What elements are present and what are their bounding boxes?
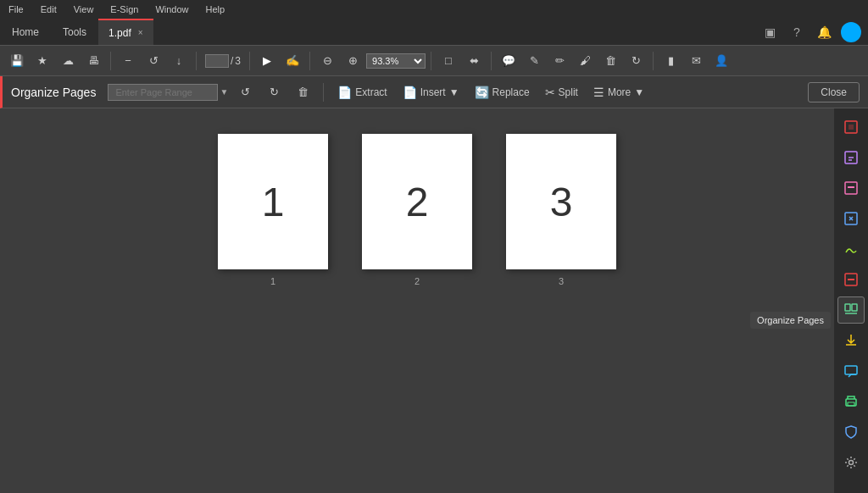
sidebar-print-icon[interactable]: [837, 388, 865, 415]
sidebar-scan-icon[interactable]: [837, 114, 865, 141]
sidebar-organize-icon[interactable]: [837, 296, 865, 324]
sidebar-form-icon[interactable]: [837, 174, 865, 202]
user-avatar[interactable]: [841, 22, 861, 42]
sidebar-compress-icon[interactable]: [837, 205, 865, 232]
account-button[interactable]: 👤: [709, 49, 733, 73]
zoom-select[interactable]: 93.3%: [366, 53, 426, 69]
comment-tool[interactable]: 💬: [497, 49, 520, 73]
page-card-3[interactable]: 3: [506, 134, 616, 269]
page-thumb-1[interactable]: 1 1: [218, 134, 328, 286]
insert-button[interactable]: 📄 Insert ▼: [398, 83, 465, 102]
split-label: Split: [559, 86, 578, 98]
insert-dropdown[interactable]: ▼: [449, 86, 459, 98]
page-total: 3: [235, 55, 241, 67]
bookmark-button[interactable]: ★: [31, 49, 54, 73]
toolbar-separator-5: [431, 52, 431, 70]
mail-button[interactable]: ✉: [684, 49, 708, 73]
split-icon: ✂: [545, 86, 555, 99]
canvas-area: 1 1 2 2 3 3: [0, 108, 834, 493]
save-cloud-icon[interactable]: ▣: [760, 22, 780, 42]
more-label: More: [608, 86, 631, 98]
menu-edit[interactable]: Edit: [36, 3, 62, 16]
zoom-out-btn2[interactable]: ⊖: [315, 49, 339, 73]
undo-button[interactable]: ↻: [624, 49, 648, 73]
select-tool[interactable]: ▶: [255, 49, 279, 73]
stamp-tool[interactable]: 🖌: [573, 49, 597, 73]
crop-tool[interactable]: □: [437, 49, 460, 73]
hand-tool[interactable]: ✍: [281, 49, 304, 73]
sidebar-sign-icon[interactable]: [837, 235, 865, 263]
menu-file[interactable]: File: [3, 3, 29, 16]
more-button[interactable]: ☰ More ▼: [588, 83, 649, 102]
page-range-input[interactable]: [108, 84, 218, 101]
tab-bar: Home Tools 1.pdf × ▣ ? 🔔: [0, 19, 868, 46]
notification-icon[interactable]: 🔔: [814, 22, 834, 42]
page-navigation: 3 / 3: [202, 54, 244, 68]
toolbar-separator-4: [309, 52, 310, 70]
zoom-out-button[interactable]: −: [116, 49, 140, 73]
page-label-2: 2: [415, 276, 420, 286]
close-button[interactable]: Close: [808, 82, 860, 102]
organize-bar: Organize Pages ▼ ↺ ↻ 🗑 📄 Extract 📄 Inser…: [0, 76, 868, 108]
svg-rect-8: [845, 366, 857, 374]
sidebar-comment-icon[interactable]: [837, 357, 865, 385]
main-content: 1 1 2 2 3 3: [0, 108, 868, 493]
sidebar-export-icon[interactable]: [837, 327, 865, 354]
org-separator-1: [323, 83, 324, 102]
page-number-3: 3: [550, 179, 573, 225]
tab-home[interactable]: Home: [0, 19, 51, 45]
svg-rect-6: [845, 304, 850, 311]
menu-view[interactable]: View: [69, 3, 99, 16]
more-dropdown[interactable]: ▼: [634, 86, 644, 98]
fit-tool[interactable]: ⬌: [462, 49, 486, 73]
upload-button[interactable]: ☁: [56, 49, 80, 73]
split-button[interactable]: ✂ Split: [540, 83, 583, 102]
highlight-tool[interactable]: ✏: [548, 49, 571, 73]
page-card-1[interactable]: 1: [218, 134, 328, 269]
right-sidebar: [834, 108, 868, 493]
more-icon: ☰: [593, 86, 604, 99]
pen-tool[interactable]: ✎: [522, 49, 546, 73]
help-icon[interactable]: ?: [787, 22, 807, 42]
sidebar-edit-icon[interactable]: [837, 144, 865, 171]
toolbar-separator-6: [491, 52, 492, 70]
zoom-reset-button[interactable]: ↺: [142, 49, 165, 73]
tab-right-icons: ▣ ? 🔔: [760, 22, 868, 42]
tab-file-name: 1.pdf: [108, 27, 131, 39]
menu-window[interactable]: Window: [150, 3, 193, 16]
toolbar-separator-3: [249, 52, 250, 70]
sidebar-settings-icon[interactable]: [837, 449, 865, 476]
menu-esign[interactable]: E-Sign: [105, 3, 143, 16]
page-thumb-2[interactable]: 2 2: [362, 134, 472, 286]
insert-icon: 📄: [403, 86, 417, 99]
delete-organize[interactable]: 🗑: [291, 80, 314, 104]
extract-label: Extract: [355, 86, 387, 98]
toolbar-separator-2: [196, 52, 197, 70]
page-input[interactable]: 3: [205, 54, 229, 68]
tab-file[interactable]: 1.pdf ×: [98, 19, 153, 45]
replace-button[interactable]: 🔄 Replace: [470, 83, 535, 102]
menu-help[interactable]: Help: [201, 3, 231, 16]
zoom-in-btn2[interactable]: ⊕: [341, 49, 364, 73]
organize-title: Organize Pages: [11, 86, 96, 99]
svg-rect-3: [848, 186, 854, 188]
tab-tools[interactable]: Tools: [51, 19, 98, 45]
extract-button[interactable]: 📄 Extract: [332, 83, 392, 102]
zoom-in-button[interactable]: ↓: [167, 49, 191, 73]
replace-label: Replace: [492, 86, 530, 98]
redo-organize[interactable]: ↻: [262, 80, 286, 104]
toolbar-separator-7: [653, 52, 654, 70]
undo-organize[interactable]: ↺: [233, 80, 257, 104]
sidebar-protect-icon[interactable]: [837, 418, 865, 446]
tab-close-button[interactable]: ×: [138, 28, 143, 37]
toolbar-separator-1: [110, 52, 111, 70]
page-thumb-3[interactable]: 3 3: [506, 134, 616, 286]
print-button[interactable]: 🖶: [81, 49, 105, 73]
redact-tool[interactable]: ▮: [659, 49, 682, 73]
page-card-2[interactable]: 2: [362, 134, 472, 269]
sidebar-redact-icon[interactable]: [837, 266, 865, 293]
delete-tool[interactable]: 🗑: [598, 49, 622, 73]
save-button[interactable]: 💾: [5, 49, 29, 73]
page-range-dropdown[interactable]: ▼: [220, 87, 228, 97]
insert-label: Insert: [420, 86, 446, 98]
